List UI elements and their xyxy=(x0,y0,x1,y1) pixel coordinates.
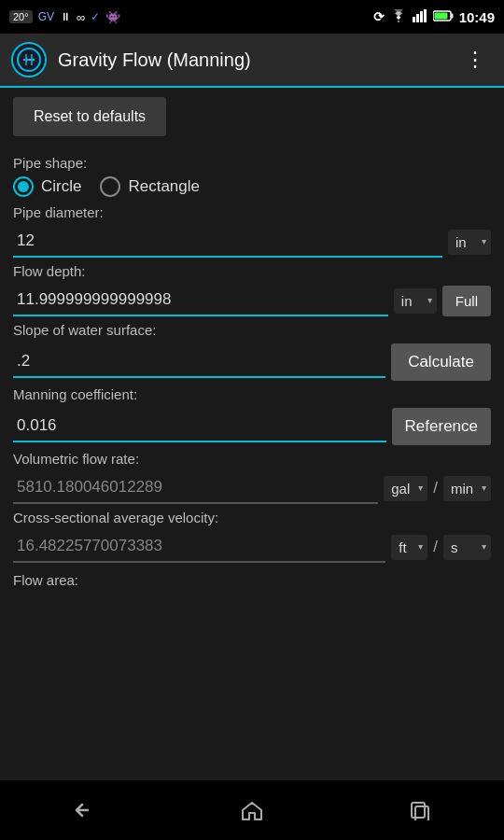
pipe-diameter-label: Pipe diameter: xyxy=(13,204,491,220)
flow-area-label: Flow area: xyxy=(13,572,491,588)
app-title: Gravity Flow (Manning) xyxy=(58,49,457,71)
main-content: Reset to defaults Pipe shape: Circle Rec… xyxy=(0,88,504,597)
back-button[interactable] xyxy=(56,791,112,829)
nav-bar xyxy=(0,780,504,840)
svg-rect-2 xyxy=(420,11,423,22)
svg-rect-3 xyxy=(424,9,427,22)
flow-depth-row: in cm ft Full xyxy=(13,285,491,316)
status-bar: 20° GV ⏸ ∞ ✓ 👾 ⟳ xyxy=(0,0,504,34)
pipe-diameter-unit-wrapper: in cm ft xyxy=(448,230,491,255)
volumetric-label: Volumetric flow rate: xyxy=(13,451,491,467)
flow-depth-unit[interactable]: in cm ft xyxy=(394,288,437,314)
battery-icon xyxy=(433,10,454,24)
reset-button[interactable]: Reset to defaults xyxy=(13,97,166,136)
slope-input[interactable] xyxy=(13,346,385,378)
svg-rect-11 xyxy=(412,803,425,818)
app-bar: Gravity Flow (Manning) ⋮ xyxy=(0,34,504,88)
app-logo xyxy=(11,42,47,77)
time-display: 10:49 xyxy=(459,9,495,25)
velocity-unit1-wrapper: ft m xyxy=(391,535,427,560)
velocity-label: Cross-sectional average velocity: xyxy=(13,510,491,525)
pipe-shape-label: Pipe shape: xyxy=(13,155,491,171)
pipe-diameter-input[interactable] xyxy=(13,226,442,258)
velocity-row: ft m / s min xyxy=(13,531,491,563)
velocity-unit2-wrapper: s min xyxy=(443,535,491,560)
manning-row: Reference xyxy=(13,408,491,445)
volumetric-unit1-wrapper: gal L m³ xyxy=(384,476,427,501)
rectangle-label: Rectangle xyxy=(128,177,200,196)
svg-rect-1 xyxy=(416,14,419,22)
volumetric-row: gal L m³ / min s hr xyxy=(13,472,491,504)
volumetric-unit1[interactable]: gal L m³ xyxy=(384,476,427,501)
circle-radio[interactable] xyxy=(13,176,34,197)
manning-input[interactable] xyxy=(13,411,386,442)
velocity-input[interactable] xyxy=(13,531,385,563)
circle-label: Circle xyxy=(41,177,81,196)
volumetric-input[interactable] xyxy=(13,472,378,504)
cv-icon: GV xyxy=(38,10,54,23)
svg-rect-5 xyxy=(434,12,447,19)
velocity-unit2[interactable]: s min xyxy=(443,535,491,560)
circle-option[interactable]: Circle xyxy=(13,176,81,197)
check-icon: ✓ xyxy=(91,10,100,23)
rotate-icon: ⟳ xyxy=(373,9,385,24)
status-left: 20° GV ⏸ ∞ ✓ 👾 xyxy=(9,10,120,24)
rectangle-option[interactable]: Rectangle xyxy=(100,176,200,197)
status-right: ⟳ 10:49 xyxy=(373,9,495,25)
slash2: / xyxy=(433,538,438,556)
volumetric-unit2[interactable]: min s hr xyxy=(443,476,491,501)
temp-display: 20° xyxy=(9,10,33,23)
calculate-button[interactable]: Calculate xyxy=(391,343,491,381)
full-button[interactable]: Full xyxy=(442,286,491,316)
pipe-diameter-row: in cm ft xyxy=(13,226,491,258)
slope-row: Calculate xyxy=(13,343,491,381)
flow-depth-label: Flow depth: xyxy=(13,263,491,279)
manning-label: Manning coefficient: xyxy=(13,386,491,402)
svg-rect-0 xyxy=(413,17,415,22)
pipe-diameter-unit[interactable]: in cm ft xyxy=(448,230,491,255)
alien-icon: 👾 xyxy=(105,10,120,24)
reference-button[interactable]: Reference xyxy=(392,408,491,445)
svg-rect-6 xyxy=(451,13,453,18)
link-icon: ∞ xyxy=(77,10,85,24)
signal-icon xyxy=(413,9,427,25)
overflow-menu-icon[interactable]: ⋮ xyxy=(457,44,493,76)
slash1: / xyxy=(433,479,438,497)
flow-depth-input[interactable] xyxy=(13,285,388,316)
velocity-unit1[interactable]: ft m xyxy=(391,535,427,560)
pause-icon: ⏸ xyxy=(60,10,71,23)
home-button[interactable] xyxy=(224,791,280,829)
flow-depth-unit-wrapper: in cm ft xyxy=(394,288,437,314)
wifi-icon xyxy=(390,9,407,25)
recents-button[interactable] xyxy=(392,791,448,829)
volumetric-unit2-wrapper: min s hr xyxy=(443,476,491,501)
slope-label: Slope of water surface: xyxy=(13,322,491,338)
pipe-shape-row: Circle Rectangle xyxy=(13,176,491,197)
rectangle-radio[interactable] xyxy=(100,176,120,197)
